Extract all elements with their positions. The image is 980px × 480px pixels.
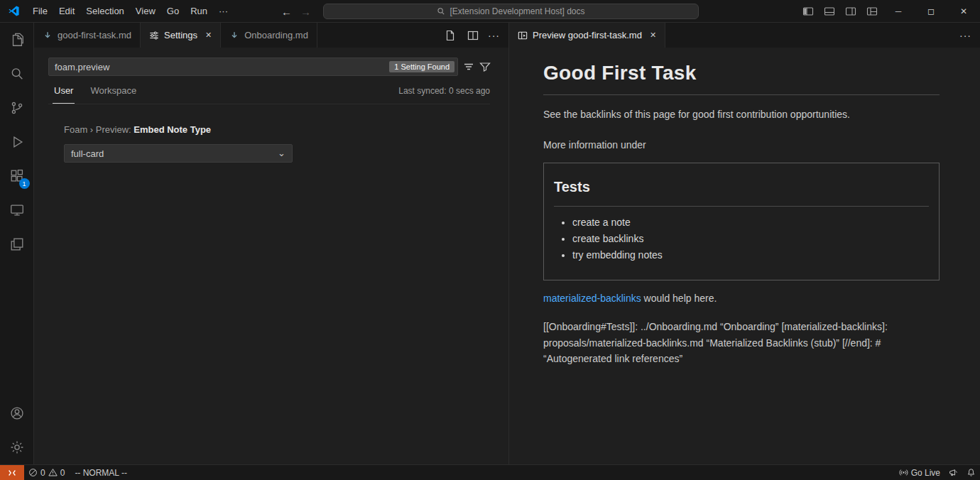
feedback-button[interactable] <box>944 465 962 480</box>
toggle-panel-icon[interactable] <box>821 3 838 20</box>
go-live-label: Go Live <box>911 468 940 478</box>
menu-selection[interactable]: Selection <box>80 4 129 19</box>
settings-search-input[interactable]: foam.preview 1 Setting Found <box>48 58 458 76</box>
status-bar: 0 0 -- NORMAL -- Go Live <box>0 464 980 480</box>
editor-group-left: good-first-task.md Settings ✕ Onboardi <box>34 23 509 464</box>
layout-controls <box>800 0 881 23</box>
menu-file[interactable]: File <box>27 4 53 19</box>
workbench: 1 <box>0 23 980 464</box>
markdown-file-icon <box>229 31 239 40</box>
setting-category: Foam › Preview: <box>64 124 134 135</box>
embed-note-type-select[interactable]: full-card ⌄ <box>64 144 293 163</box>
menu-edit[interactable]: Edit <box>53 4 80 19</box>
problems-indicator[interactable]: 0 0 <box>24 465 69 480</box>
maximize-button[interactable]: ◻ <box>915 0 947 23</box>
left-editor-actions: ··· <box>442 23 508 48</box>
close-tab-icon[interactable]: ✕ <box>205 31 212 40</box>
left-tab-bar: good-first-task.md Settings ✕ Onboardi <box>34 23 508 48</box>
tab-preview-good-first-task[interactable]: Preview good-first-task.md ✕ <box>509 23 665 48</box>
scope-tab-user[interactable]: User <box>53 77 75 104</box>
split-editor-icon[interactable] <box>465 28 481 43</box>
settings-sliders-icon <box>149 31 159 40</box>
menu-view[interactable]: View <box>130 4 161 19</box>
settings-gear-icon[interactable] <box>0 430 34 464</box>
preview-more-info-paragraph: More information under <box>543 139 940 151</box>
history-navigation: ← → <box>281 0 311 23</box>
remote-explorer-icon[interactable] <box>0 193 34 227</box>
warning-icon <box>48 468 58 477</box>
editor-group-right: Preview good-first-task.md ✕ ··· Good Fi… <box>509 23 980 464</box>
toggle-secondary-sidebar-icon[interactable] <box>842 3 859 20</box>
activity-bar: 1 <box>0 23 34 464</box>
settings-editor: foam.preview 1 Setting Found User Worksp… <box>34 48 508 464</box>
select-value: full-card <box>71 148 104 159</box>
error-icon <box>28 468 38 477</box>
settings-scope-tabs: User Workspace Last synced: 0 secs ago <box>48 77 490 104</box>
back-button[interactable]: ← <box>281 6 292 18</box>
notifications-bell[interactable] <box>962 465 980 480</box>
windows-layers-icon[interactable] <box>0 227 34 261</box>
settings-result-count-badge: 1 Setting Found <box>389 61 454 72</box>
close-tab-icon[interactable]: ✕ <box>650 31 656 40</box>
filter-funnel-icon[interactable] <box>479 59 491 75</box>
tab-label: Onboarding.md <box>244 30 308 40</box>
error-count: 0 <box>40 468 45 478</box>
open-settings-json-icon[interactable] <box>442 28 458 43</box>
feedback-icon <box>949 468 958 477</box>
tab-label: good-first-task.md <box>58 30 131 40</box>
backlink-paragraph-tail: would help here. <box>641 293 717 304</box>
chevron-down-icon: ⌄ <box>278 150 285 157</box>
vscode-window: File Edit Selection View Go Run ··· ← → … <box>0 0 980 480</box>
list-item: create a note <box>572 217 929 228</box>
materialized-backlinks-link[interactable]: materialized-backlinks <box>543 293 641 304</box>
editor-area: good-first-task.md Settings ✕ Onboardi <box>34 23 980 464</box>
window-controls: ─ ◻ ✕ <box>882 0 980 23</box>
search-icon <box>437 7 445 16</box>
close-button[interactable]: ✕ <box>947 0 980 23</box>
go-live-button[interactable]: Go Live <box>895 465 944 480</box>
search-view-icon[interactable] <box>0 57 34 91</box>
more-actions-icon[interactable]: ··· <box>959 30 971 41</box>
menu-go[interactable]: Go <box>161 4 185 19</box>
tab-settings[interactable]: Settings ✕ <box>141 23 221 48</box>
list-item: try embedding notes <box>572 249 929 261</box>
vim-mode-indicator[interactable]: -- NORMAL -- <box>69 465 133 480</box>
setting-name: Embed Note Type <box>134 124 211 135</box>
last-synced-label: Last synced: 0 secs ago <box>398 86 490 96</box>
forward-button[interactable]: → <box>300 6 311 18</box>
more-actions-icon[interactable]: ··· <box>488 30 500 41</box>
tab-good-first-task[interactable]: good-first-task.md <box>34 23 141 48</box>
embedded-note-list: create a note create backlinks try embed… <box>554 217 929 261</box>
menubar: File Edit Selection View Go Run ··· <box>27 4 234 19</box>
right-editor-actions: ··· <box>959 23 980 48</box>
remote-icon <box>7 468 17 478</box>
warning-count: 0 <box>60 468 65 478</box>
scope-tab-workspace[interactable]: Workspace <box>89 77 138 104</box>
markdown-preview: Good First Task See the backlinks of thi… <box>509 48 980 464</box>
tab-label: Preview good-first-task.md <box>533 30 642 40</box>
minimize-button[interactable]: ─ <box>882 0 915 23</box>
titlebar: File Edit Selection View Go Run ··· ← → … <box>0 0 980 23</box>
customize-layout-icon[interactable] <box>864 3 881 20</box>
list-item: create backlinks <box>572 233 929 244</box>
run-debug-icon[interactable] <box>0 125 34 159</box>
settings-search-value: foam.preview <box>55 62 389 72</box>
extensions-icon[interactable]: 1 <box>0 159 34 193</box>
link-references-paragraph: [[Onboarding#Tests]]: ../Onboarding.md “… <box>543 319 940 367</box>
menu-more[interactable]: ··· <box>213 4 234 19</box>
tab-onboarding[interactable]: Onboarding.md <box>221 23 317 48</box>
accounts-icon[interactable] <box>0 396 34 430</box>
remote-indicator[interactable] <box>0 465 24 480</box>
command-center-search[interactable]: [Extension Development Host] docs <box>323 4 699 19</box>
broadcast-icon <box>899 468 908 477</box>
tab-label: Settings <box>164 30 197 40</box>
menu-run[interactable]: Run <box>185 4 213 19</box>
settings-search-row: foam.preview 1 Setting Found <box>48 58 490 76</box>
preview-intro-paragraph: See the backlinks of this page for good … <box>543 107 940 122</box>
clear-settings-search-icon[interactable] <box>463 59 474 75</box>
status-bar-right: Go Live <box>895 465 980 480</box>
backlink-paragraph: materialized-backlinks would help here. <box>543 293 940 304</box>
explorer-icon[interactable] <box>0 23 34 57</box>
toggle-sidebar-icon[interactable] <box>800 3 817 20</box>
source-control-icon[interactable] <box>0 91 34 125</box>
